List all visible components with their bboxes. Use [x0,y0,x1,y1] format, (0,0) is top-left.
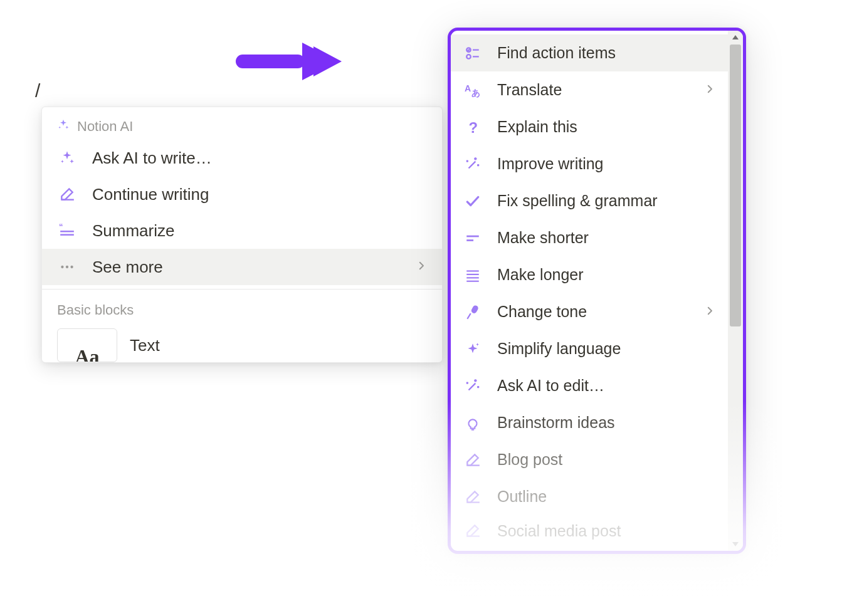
sparkle-star-icon [463,340,482,358]
svg-rect-22 [471,305,478,313]
submenu-item-make-longer[interactable]: Make longer [451,256,728,293]
menu-item-summarize[interactable]: “Summarize [42,212,442,249]
svg-rect-17 [466,239,473,241]
slash-command-menu: Notion AI Ask AI to write…Continue writi… [41,107,443,363]
submenu-item-outline[interactable]: Outline [451,478,728,515]
submenu-item-label: Improve writing [497,155,715,173]
submenu-item-label: Brainstorm ideas [497,414,715,432]
scroll-up-arrow-icon[interactable] [728,31,743,44]
scroll-down-arrow-icon[interactable] [728,537,743,551]
pencil-line-icon [463,451,482,469]
submenu-item-explain-this[interactable]: ?Explain this [451,108,728,145]
slash-trigger: / [35,80,40,102]
svg-text:あ: あ [471,87,480,97]
long-lines-icon [463,266,482,285]
submenu-item-simplify-language[interactable]: Simplify language [451,330,728,367]
basic-blocks-header: Basic blocks [42,290,442,328]
submenu-item-label: Explain this [497,118,715,136]
submenu-item-social-media[interactable]: Social media post [451,515,728,546]
wand-sparkle-icon [463,155,482,174]
svg-text:A: A [465,83,471,93]
submenu-item-change-tone[interactable]: Change tone [451,293,728,330]
arrow-annotation-icon [232,36,345,89]
sparkle-icon [57,148,77,168]
lightbulb-icon [463,414,482,432]
checklist-icon [463,44,482,63]
menu-item-label: Summarize [92,221,427,241]
menu-item-see-more[interactable]: See more [42,249,442,285]
ai-submenu: Find action itemsAあTranslate?Explain thi… [448,28,746,554]
ai-section-header: Notion AI [42,107,442,140]
submenu-item-label: Ask AI to edit… [497,377,715,395]
translate-icon: Aあ [463,81,482,100]
svg-rect-20 [466,277,479,278]
svg-text:“: “ [59,222,63,231]
svg-rect-4 [60,234,74,235]
chevron-right-icon [416,260,427,274]
scroll-thumb[interactable] [730,44,741,326]
submenu-item-label: Change tone [497,303,689,321]
svg-rect-0 [236,55,305,68]
pencil-line-icon [57,184,77,204]
submenu-item-label: Outline [497,488,715,506]
svg-point-6 [66,266,68,268]
svg-rect-3 [60,231,74,232]
chevron-right-icon [704,305,715,319]
submenu-item-label: Social media post [497,522,715,540]
scroll-track[interactable] [728,44,743,537]
submenu-item-brainstorm[interactable]: Brainstorm ideas [451,404,728,441]
submenu-item-find-action-items[interactable]: Find action items [451,34,728,71]
short-lines-icon [463,229,482,248]
submenu-item-make-shorter[interactable]: Make shorter [451,219,728,256]
scrollbar[interactable] [728,31,743,551]
submenu-item-label: Translate [497,81,689,99]
submenu-item-label: Fix spelling & grammar [497,192,715,210]
submenu-item-label: Blog post [497,451,715,469]
menu-item-ask-ai-write[interactable]: Ask AI to write… [42,140,442,176]
svg-point-7 [70,266,73,268]
sparkle-icon [57,118,70,135]
menu-item-label: Ask AI to write… [92,149,427,168]
submenu-item-translate[interactable]: AあTranslate [451,71,728,108]
dots-icon [57,257,77,277]
microphone-icon [463,303,482,321]
svg-line-24 [469,383,476,390]
menu-item-continue-writing[interactable]: Continue writing [42,176,442,212]
quote-lines-icon: “ [57,221,77,241]
chevron-right-icon [704,83,715,97]
question-icon: ? [463,118,482,137]
block-thumbnail: Aa [57,328,117,362]
submenu-item-blog-post[interactable]: Blog post [451,441,728,478]
submenu-item-label: Make longer [497,266,715,284]
svg-rect-18 [466,270,479,271]
pencil-line-icon [463,488,482,506]
svg-text:?: ? [469,119,478,135]
submenu-item-improve-writing[interactable]: Improve writing [451,145,728,182]
submenu-item-label: Simplify language [497,340,715,358]
svg-rect-16 [466,235,479,237]
submenu-item-fix-spelling[interactable]: Fix spelling & grammar [451,182,728,219]
pencil-line-icon [463,521,482,540]
submenu-item-label: Make shorter [497,229,715,247]
menu-item-label: See more [92,258,401,277]
svg-point-5 [61,266,63,268]
submenu-item-label: Find action items [497,44,715,62]
block-item-text[interactable]: AaText [42,328,442,362]
svg-point-10 [466,55,471,59]
svg-line-15 [469,161,476,168]
svg-rect-19 [466,273,479,274]
check-icon [463,192,482,211]
block-item-label: Text [130,336,160,355]
svg-rect-21 [466,280,479,281]
submenu-item-ask-ai-edit[interactable]: Ask AI to edit… [451,367,728,404]
ai-section-label: Notion AI [77,118,133,135]
menu-item-label: Continue writing [92,185,427,204]
svg-line-23 [467,313,470,319]
wand-sparkle-icon [463,377,482,395]
